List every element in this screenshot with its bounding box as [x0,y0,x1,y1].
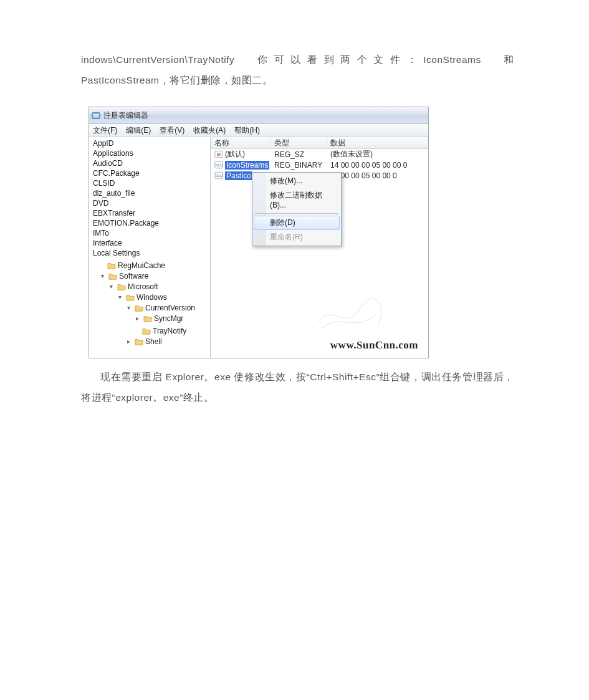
menu-bar: 文件(F) 编辑(E) 查看(V) 收藏夹(A) 帮助(H) [89,124,428,137]
tree-item[interactable]: TrayNotify [90,324,210,336]
document-page: indows\CurrentVersion\TrayNotify 你可以看到两个… [0,0,589,700]
folder-icon [135,338,143,345]
tree-item[interactable]: Local Settings [90,248,210,258]
svg-rect-3 [93,116,98,117]
menu-edit[interactable]: 编辑(E) [126,125,151,136]
column-headers: 名称 类型 数据 [211,137,428,149]
binary-icon: 0110 [214,171,223,180]
expander-icon[interactable]: ▸ [134,315,140,322]
tree-item[interactable]: ▾ Software [90,271,210,281]
tree-item[interactable]: CLSID [90,178,210,188]
tree-item[interactable]: AppID [90,138,210,148]
menu-help[interactable]: 帮助(H) [234,125,260,136]
folder-icon [108,272,117,280]
value-row[interactable]: ab (默认) REG_SZ (数值未设置) [211,149,428,160]
menu-view[interactable]: 查看(V) [160,125,184,136]
value-pane: 名称 类型 数据 ab (默认) REG_SZ [211,137,428,358]
window-title: 注册表编辑器 [103,110,148,121]
regedit-body: AppID Applications AudioCD CFC.Package C… [89,137,428,358]
tree-item[interactable]: ▸ Shell [90,336,210,347]
svg-rect-0 [92,112,100,118]
binary-icon: 0110 [214,161,223,169]
folder-icon [142,327,151,335]
tree-item[interactable]: Interface [90,238,210,248]
expander-icon[interactable]: ▾ [117,294,123,300]
folder-icon [143,315,152,322]
regedit-window: 注册表编辑器 文件(F) 编辑(E) 查看(V) 收藏夹(A) 帮助(H) Ap… [89,107,429,358]
context-rename[interactable]: 重命名(R) [254,230,340,244]
tree-item[interactable]: AudioCD [90,158,210,168]
decorative-scribble [316,297,391,334]
paragraph-2: 现在需要重启 Explorer。exe 使修改生效，按“Ctrl+Shift+E… [81,367,514,408]
expander-icon[interactable]: ▸ [125,338,132,345]
tree-item[interactable]: ▾ CurrentVersion [90,302,210,313]
tree-item[interactable]: ▾ Microsoft [90,281,210,292]
tree-item[interactable]: EBXTransfer [90,208,210,218]
tree-item[interactable]: CFC.Package [90,168,210,178]
svg-text:0110: 0110 [216,173,223,178]
separator [255,213,338,214]
expander-icon[interactable]: ▾ [99,273,105,279]
context-modify[interactable]: 修改(M)... [254,174,340,188]
svg-rect-2 [97,113,99,115]
col-type[interactable]: 类型 [271,137,327,148]
tree-item[interactable]: DVD [90,198,210,208]
embedded-screenshot: 注册表编辑器 文件(F) 编辑(E) 查看(V) 收藏夹(A) 帮助(H) Ap… [89,107,428,358]
tree-item[interactable]: ▸ SyncMgr [90,313,210,324]
tree-pane: AppID Applications AudioCD CFC.Package C… [89,137,211,358]
regedit-icon [92,111,101,120]
context-delete[interactable]: 删除(D) [254,216,340,230]
string-icon: ab [214,150,223,158]
context-menu: 修改(M)... 修改二进制数据(B)... 删除(D) 重命名(R) [252,172,342,246]
folder-icon [117,283,126,290]
svg-text:0110: 0110 [216,163,223,167]
title-bar: 注册表编辑器 [89,107,428,124]
expander-icon[interactable]: ▾ [108,284,114,290]
folder-icon [126,294,135,301]
tree-item[interactable]: IMTo [90,228,210,238]
watermark: www.SunCnn.com [330,339,418,352]
tree-item[interactable]: Applications [90,148,210,158]
folder-icon [107,262,116,269]
folder-icon [135,304,143,312]
expander-icon[interactable]: ▾ [125,305,132,311]
tree-item[interactable]: ▾ Windows [90,292,210,302]
col-data[interactable]: 数据 [327,137,428,148]
value-row-selected[interactable]: 0110 IconStreams REG_BINARY 14 00 00 00 … [211,160,428,170]
svg-rect-1 [93,113,96,115]
tree-item[interactable]: dlz_auto_file [90,188,210,198]
svg-text:ab: ab [217,152,222,156]
tree-item[interactable]: EMOTION.Package [90,218,210,228]
tree-list: AppID Applications AudioCD CFC.Package C… [89,137,210,347]
paragraph-1: indows\CurrentVersion\TrayNotify 你可以看到两个… [81,50,514,90]
tree-item[interactable]: RegMuiCache [90,258,210,271]
context-modify-binary[interactable]: 修改二进制数据(B)... [254,188,340,211]
menu-fav[interactable]: 收藏夹(A) [193,125,226,136]
menu-file[interactable]: 文件(F) [93,125,117,136]
col-name[interactable]: 名称 [211,137,271,148]
